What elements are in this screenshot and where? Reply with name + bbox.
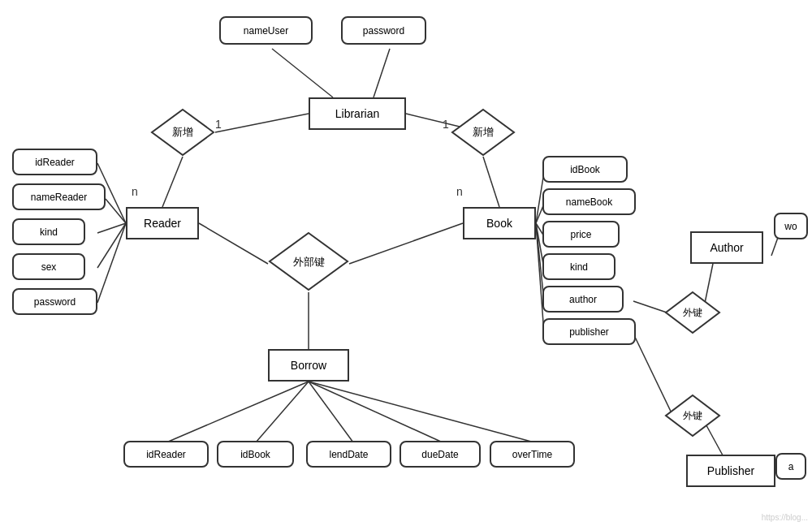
entity-book-label: Book (486, 217, 512, 230)
attr-nameUser: nameUser (219, 16, 313, 45)
entity-librarian: Librarian (309, 97, 406, 130)
attr-nameBook: nameBook (542, 188, 636, 215)
attr-idBook-label: idBook (570, 164, 600, 175)
attr-sex: sex (12, 253, 85, 280)
svg-line-5 (374, 49, 390, 97)
svg-line-11 (97, 223, 126, 233)
svg-line-22 (309, 382, 353, 442)
cardinality-n-right: n (456, 185, 463, 198)
attr-idReader-label: idReader (35, 157, 75, 168)
attr-nameReader: nameReader (12, 183, 106, 210)
svg-line-10 (106, 199, 126, 223)
diamond-waibu-label: 外部键 (293, 255, 325, 269)
attr-price-label: price (570, 229, 591, 240)
attr-kind-b: kind (542, 253, 615, 280)
entity-publisher-label: Publisher (707, 464, 754, 477)
attr-idBook-b-label: idBook (240, 449, 270, 460)
svg-line-13 (97, 223, 126, 303)
er-diagram-canvas: Librarian Reader Book Borrow Author Publ… (0, 0, 812, 526)
entity-borrow-label: Borrow (291, 359, 326, 372)
attr-idReader-b-label: idReader (146, 449, 186, 460)
diamond-xin1-label: 新增 (172, 125, 193, 140)
entity-author-label: Author (710, 241, 743, 254)
attr-idBook-b: idBook (217, 441, 294, 468)
attr-password-r-label: password (34, 296, 76, 308)
attr-a-p: a (775, 453, 806, 480)
entity-author: Author (690, 231, 763, 264)
attr-author-b-label: author (569, 294, 597, 305)
attr-overTime: overTime (490, 441, 575, 468)
attr-nameBook-label: nameBook (566, 196, 612, 208)
attr-nameUser-label: nameUser (244, 25, 288, 37)
watermark: https://blog... (762, 513, 808, 522)
attr-overTime-label: overTime (512, 449, 553, 460)
attr-nameReader-label: nameReader (31, 192, 87, 203)
diamond-xin1: 新增 (150, 108, 215, 157)
cardinality-1-left: 1 (215, 118, 222, 131)
svg-line-3 (483, 157, 499, 207)
attr-password-lib-label: password (363, 25, 404, 37)
attr-kind-r: kind (12, 218, 85, 245)
attr-sex-label: sex (41, 261, 57, 273)
attr-author-b: author (542, 286, 624, 313)
entity-librarian-label: Librarian (335, 107, 379, 120)
svg-line-12 (97, 223, 126, 268)
attr-dueDate: dueDate (400, 441, 481, 468)
entity-reader: Reader (126, 207, 199, 239)
entity-reader-label: Reader (144, 217, 181, 230)
svg-line-20 (166, 382, 309, 442)
diamond-waijian1: 外键 (664, 291, 721, 335)
svg-line-0 (215, 114, 309, 132)
svg-line-2 (162, 157, 183, 207)
svg-line-7 (349, 223, 463, 264)
attr-idBook: idBook (542, 156, 628, 183)
attr-lendDate-label: lendDate (329, 449, 368, 460)
attr-kind-b-label: kind (570, 261, 588, 273)
diamond-xin2-label: 新增 (473, 125, 494, 140)
diamond-waijian2-label: 外键 (683, 409, 702, 423)
attr-price: price (542, 221, 620, 248)
entity-publisher: Publisher (686, 455, 775, 487)
attr-lendDate: lendDate (306, 441, 391, 468)
attr-kind-r-label: kind (40, 226, 58, 238)
diamond-waijian2: 外键 (664, 394, 721, 438)
svg-line-21 (256, 382, 309, 442)
entity-book: Book (463, 207, 536, 239)
diamond-xin2: 新增 (451, 108, 516, 157)
attr-publisher-b-label: publisher (569, 326, 609, 338)
attr-idReader-b: idReader (123, 441, 209, 468)
attr-a-p-label: a (788, 461, 794, 472)
svg-line-6 (199, 223, 268, 264)
attr-dueDate-label: dueDate (421, 449, 458, 460)
cardinality-n-left: n (132, 185, 138, 198)
svg-line-4 (272, 49, 333, 97)
attr-publisher-b: publisher (542, 318, 636, 345)
attr-password-r: password (12, 288, 97, 315)
diamond-waijian1-label: 外键 (683, 306, 702, 320)
diamond-waibu: 外部键 (268, 231, 349, 292)
attr-wo: wo (774, 213, 808, 239)
attr-wo-label: wo (784, 221, 797, 232)
svg-line-23 (309, 382, 443, 442)
cardinality-1-right: 1 (443, 118, 449, 131)
attr-idReader: idReader (12, 149, 97, 175)
entity-borrow: Borrow (268, 349, 349, 382)
attr-password-lib: password (341, 16, 426, 45)
svg-line-24 (309, 382, 534, 442)
